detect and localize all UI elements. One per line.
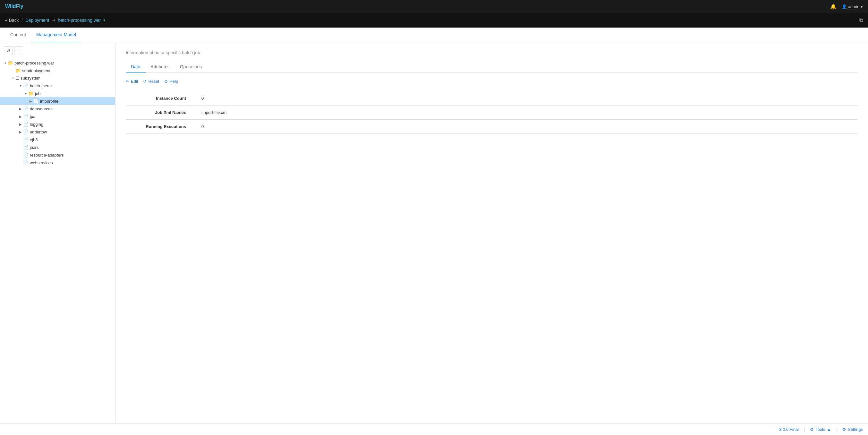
tab-operations[interactable]: Operations	[175, 62, 207, 72]
user-chevron-icon: ▾	[861, 4, 863, 9]
tree-node-import-file[interactable]: ▶ 📄 import-file	[0, 97, 115, 105]
tree-node-subsystem[interactable]: ▾ ☰ subsystem	[0, 74, 115, 82]
toggle-icon: ▾	[23, 92, 28, 95]
breadcrumb-deployment: Deployment	[25, 18, 50, 23]
tree-node-logging[interactable]: ▶ 📄 logging	[0, 120, 115, 128]
breadcrumb-war: batch-processing.war	[58, 18, 101, 23]
tree-node-job[interactable]: ▾ 📁 job	[0, 90, 115, 97]
toggle-icon: ▶	[28, 99, 33, 103]
reset-label: Reset	[148, 79, 159, 84]
top-bar: WildFly 🔔 👤 admin ▾	[0, 0, 868, 13]
file-icon: 📄	[33, 98, 39, 104]
node-label: batch-jberet	[30, 84, 52, 88]
node-label: job	[35, 91, 40, 96]
row-value: 0	[196, 91, 858, 105]
file-icon: 📄	[23, 122, 29, 127]
breadcrumb-chevron-icon[interactable]: ▾	[103, 18, 105, 23]
collapse-button[interactable]: −	[14, 46, 23, 55]
user-info[interactable]: 👤 admin ▾	[842, 4, 863, 9]
table-row: Running Executions 0	[126, 120, 858, 134]
file-icon: 📄	[23, 145, 29, 150]
node-label: subsystem	[21, 76, 40, 81]
breadcrumb-bar: « Back / Deployment ⇒ batch-processing.w…	[0, 13, 868, 28]
tree-node-batch-jberet[interactable]: ▾ 📄 batch-jberet	[0, 82, 115, 90]
folder-icon: 📁	[16, 68, 21, 73]
brand-fly: Fly	[16, 3, 23, 9]
breadcrumb-arrow: ⇒	[52, 18, 56, 23]
table-row: Instance Count 0	[126, 91, 858, 105]
inner-tab-bar: Data Attributes Operations	[126, 62, 858, 72]
file-icon: 📄	[23, 152, 29, 157]
node-label: undertow	[30, 130, 47, 134]
node-label: logging	[30, 122, 43, 127]
tree-node-resource-adapters[interactable]: 📄 resource-adapters	[0, 151, 115, 159]
toggle-icon: ▾	[10, 76, 16, 80]
row-label: Job Xml Names	[126, 105, 196, 120]
file-icon: 📄	[23, 83, 29, 88]
tab-attributes[interactable]: Attributes	[146, 62, 175, 72]
main-tab-bar: Content Management Model	[0, 28, 868, 42]
tab-content[interactable]: Content	[5, 28, 31, 42]
tree-node-ejb3[interactable]: 📄 ejb3	[0, 136, 115, 144]
row-label: Instance Count	[126, 91, 196, 105]
data-table: Instance Count 0 Job Xml Names import-fi…	[126, 91, 858, 134]
file-icon: 📄	[23, 137, 29, 142]
tree-node-subdeployment[interactable]: 📁 subdeployment	[0, 67, 115, 74]
external-link-icon[interactable]: ⧉	[859, 17, 863, 23]
file-icon: 📄	[23, 114, 29, 119]
node-label: jaxrs	[30, 145, 38, 150]
refresh-button[interactable]: ↺	[4, 46, 13, 55]
list-icon: ☰	[16, 76, 19, 81]
node-label: batch-processing.war	[14, 61, 54, 65]
tree-node-webservices[interactable]: 📄 webservices	[0, 159, 115, 166]
brand: WildFly	[5, 3, 23, 9]
tree-node-datasources[interactable]: ▶ 📄 datasources	[0, 105, 115, 113]
breadcrumb: « Back / Deployment ⇒ batch-processing.w…	[5, 18, 105, 23]
toggle-icon: ▶	[18, 123, 23, 126]
toggle-icon: ▾	[18, 84, 23, 88]
toggle-icon: ▾	[3, 61, 8, 65]
tree-toolbar: ↺ −	[0, 46, 115, 59]
file-icon: 📄	[23, 160, 29, 165]
tab-data[interactable]: Data	[126, 62, 146, 72]
help-button[interactable]: ⊙ Help	[164, 79, 178, 84]
toggle-icon: ▶	[18, 107, 23, 111]
tree-node-root[interactable]: ▾ 📁 batch-processing.war	[0, 59, 115, 67]
help-icon: ⊙	[164, 79, 168, 84]
node-label: ejb3	[30, 137, 38, 142]
node-label: import-file	[40, 99, 58, 104]
tree-node-jpa[interactable]: ▶ 📄 jpa	[0, 113, 115, 120]
main-content: ↺ − ▾ 📁 batch-processing.war 📁 subdeploy…	[0, 42, 868, 423]
table-row: Job Xml Names import-file.xml	[126, 105, 858, 120]
tree-panel: ↺ − ▾ 📁 batch-processing.war 📁 subdeploy…	[0, 42, 116, 423]
brand-wild: Wild	[5, 3, 16, 9]
edit-icon: ✏	[126, 79, 129, 84]
node-label: datasources	[30, 106, 53, 111]
row-value: import-file.xml	[196, 105, 858, 120]
file-icon: 📄	[23, 129, 29, 134]
tree-node-jaxrs[interactable]: 📄 jaxrs	[0, 144, 115, 151]
breadcrumb-sep: /	[22, 18, 23, 23]
toggle-icon: ▶	[18, 130, 23, 134]
file-icon: 📄	[23, 106, 29, 111]
top-bar-right: 🔔 👤 admin ▾	[830, 3, 863, 10]
info-text: Information about a specific batch job.	[126, 50, 858, 55]
row-value: 0	[196, 120, 858, 134]
action-bar: ✏ Edit ↺ Reset ⊙ Help	[126, 79, 858, 84]
row-label: Running Executions	[126, 120, 196, 134]
edit-button[interactable]: ✏ Edit	[126, 79, 138, 84]
reset-icon: ↺	[143, 79, 147, 84]
right-panel: Information about a specific batch job. …	[116, 42, 868, 423]
reset-button[interactable]: ↺ Reset	[143, 79, 159, 84]
node-label: subdeployment	[22, 68, 50, 73]
user-icon: 👤	[842, 4, 847, 9]
tree-node-undertow[interactable]: ▶ 📄 undertow	[0, 128, 115, 136]
toggle-icon: ▶	[18, 115, 23, 118]
edit-label: Edit	[131, 79, 138, 84]
node-label: jpa	[30, 114, 35, 119]
back-button[interactable]: « Back	[5, 18, 19, 23]
node-label: resource-adapters	[30, 153, 64, 157]
bell-icon[interactable]: 🔔	[830, 3, 837, 10]
folder-icon: 📁	[28, 91, 34, 96]
tab-management-model[interactable]: Management Model	[31, 28, 81, 42]
